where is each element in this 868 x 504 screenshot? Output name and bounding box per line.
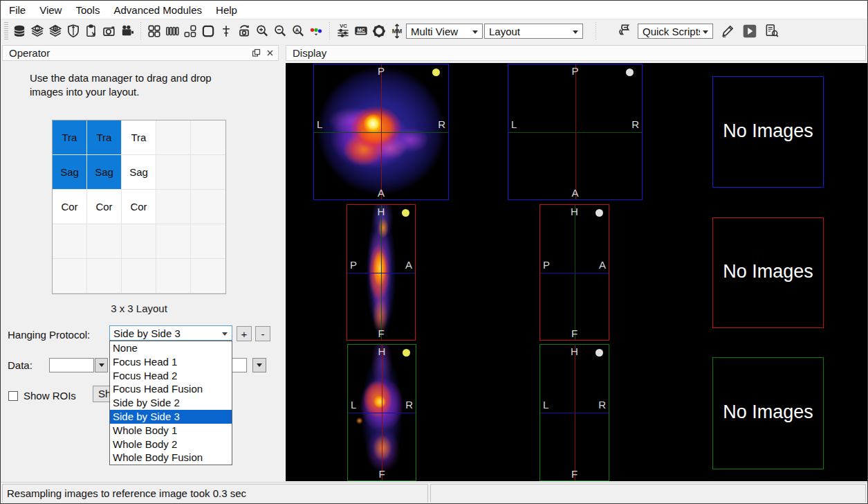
- grid-cell-empty[interactable]: [156, 155, 191, 190]
- grid-cell-empty[interactable]: [191, 155, 225, 190]
- viewport-marker-dot[interactable]: [432, 69, 440, 76]
- multi-view-combobox[interactable]: Multi View: [406, 24, 483, 39]
- crosshair-horizontal[interactable]: [508, 132, 642, 133]
- viewport-coronal-empty[interactable]: H L R F: [539, 344, 609, 481]
- layout-combobox[interactable]: Layout: [484, 24, 583, 39]
- viewport-marker-dot[interactable]: [626, 69, 634, 76]
- zoom-auto-icon[interactable]: A: [289, 22, 307, 40]
- viewport-transaxial-image[interactable]: P L R A: [313, 64, 449, 200]
- menu-view[interactable]: View: [33, 2, 68, 18]
- add-protocol-button[interactable]: +: [237, 326, 252, 341]
- script-log-icon[interactable]: [763, 22, 781, 40]
- crosshair-horizontal[interactable]: [348, 413, 416, 413]
- menu-advanced-modules[interactable]: Advanced Modules: [107, 2, 209, 18]
- viewport-sagittal-empty[interactable]: H P A F: [539, 204, 609, 341]
- grid-cell-cor[interactable]: Cor: [53, 190, 87, 224]
- grid-cell-empty[interactable]: [191, 259, 225, 294]
- menu-file[interactable]: File: [2, 2, 33, 18]
- grid-cell-empty[interactable]: [191, 224, 225, 259]
- dropdown-option[interactable]: Focus Head 1: [110, 355, 232, 369]
- mixed-layout-icon[interactable]: [181, 22, 199, 40]
- orientation-label-head: H: [378, 345, 386, 357]
- data-secondary-dropdown-button[interactable]: [252, 358, 266, 372]
- paste-clipboard-icon[interactable]: [82, 22, 100, 40]
- grid-cell-empty[interactable]: [122, 259, 156, 294]
- grid-cell-empty[interactable]: [53, 224, 87, 259]
- viewport-sagittal-image[interactable]: H P A F: [347, 204, 416, 341]
- grid-cell-empty[interactable]: [156, 224, 191, 259]
- quick-script-icon[interactable]: [616, 22, 634, 40]
- screenshot-icon[interactable]: [100, 22, 118, 40]
- crosshair-horizontal[interactable]: [347, 273, 415, 273]
- dropdown-option[interactable]: Focus Head 2: [110, 369, 232, 383]
- grid-cell-cor[interactable]: Cor: [87, 190, 122, 224]
- single-view-icon[interactable]: [199, 22, 217, 40]
- crosshair-horizontal[interactable]: [540, 413, 609, 413]
- add-layer-icon[interactable]: [46, 22, 64, 40]
- grid-cell-empty[interactable]: [53, 259, 87, 294]
- viewport-marker-dot[interactable]: [403, 349, 410, 357]
- grid-cell-tra-selected[interactable]: Tra: [53, 120, 87, 155]
- grid-cell-sag[interactable]: Sag: [122, 155, 156, 190]
- screen-capture-icon[interactable]: [118, 22, 136, 40]
- shield-edit-icon[interactable]: [64, 22, 82, 40]
- pin-views-icon[interactable]: [217, 22, 235, 40]
- grid-cell-sag-selected[interactable]: Sag: [87, 155, 122, 190]
- grid-cell-empty[interactable]: [122, 224, 156, 259]
- motion-correction-icon[interactable]: MC: [352, 22, 370, 40]
- grid-cell-sag-selected[interactable]: Sag: [53, 155, 87, 190]
- quick-scripts-combobox[interactable]: Quick Scripts: [638, 24, 713, 39]
- data-management-gear-icon[interactable]: DM: [370, 22, 388, 40]
- grid-cell-empty[interactable]: [191, 120, 225, 155]
- viewport-marker-dot[interactable]: [595, 349, 603, 357]
- duplicate-layer-icon[interactable]: 1: [28, 22, 46, 40]
- menu-tools[interactable]: Tools: [68, 2, 107, 18]
- show-rois-checkbox[interactable]: [8, 391, 18, 401]
- view-control-icon[interactable]: VC: [334, 22, 352, 40]
- grid-cell-empty[interactable]: [156, 120, 191, 155]
- column-layout-icon[interactable]: [163, 22, 181, 40]
- grid-cell-empty[interactable]: [87, 224, 122, 259]
- dropdown-option-highlighted[interactable]: Side by Side 3: [110, 410, 232, 424]
- grid-cell-empty[interactable]: [87, 259, 122, 294]
- data-input[interactable]: [49, 358, 94, 372]
- svg-text:MM: MM: [392, 28, 403, 35]
- float-panel-icon[interactable]: [252, 48, 261, 57]
- data-dropdown-button[interactable]: [95, 358, 108, 372]
- grid-cell-empty[interactable]: [156, 259, 191, 294]
- grid-cell-tra[interactable]: Tra: [122, 120, 156, 155]
- database-icon[interactable]: [10, 22, 28, 40]
- dropdown-option[interactable]: Focus Head Fusion: [110, 382, 232, 396]
- menu-help[interactable]: Help: [209, 2, 244, 18]
- grid-cell-tra-selected[interactable]: Tra: [87, 120, 122, 155]
- dropdown-option[interactable]: Whole Body 2: [110, 438, 232, 451]
- remove-protocol-button[interactable]: -: [255, 326, 270, 341]
- close-panel-icon[interactable]: [266, 49, 274, 57]
- grid-cell-empty[interactable]: [191, 190, 225, 224]
- measurement-icon[interactable]: MM: [388, 22, 406, 40]
- viewport-sagittal-no-images[interactable]: No Images: [712, 217, 824, 328]
- grid-cell-cor[interactable]: Cor: [122, 190, 156, 224]
- dropdown-option[interactable]: Side by Side 2: [110, 396, 232, 410]
- zoom-in-icon[interactable]: [253, 22, 271, 40]
- grid-2x2-layout-icon[interactable]: [145, 22, 163, 40]
- snapshot-rotate-icon[interactable]: [235, 22, 253, 40]
- viewport-coronal-no-images[interactable]: No Images: [712, 357, 824, 469]
- dropdown-option[interactable]: Whole Body 1: [110, 424, 232, 438]
- viewport-marker-dot[interactable]: [402, 209, 409, 217]
- viewport-coronal-image[interactable]: H L R F: [347, 344, 416, 481]
- viewport-marker-dot[interactable]: [595, 209, 603, 217]
- color-channels-icon[interactable]: [307, 22, 325, 40]
- edit-script-icon[interactable]: [719, 22, 737, 40]
- hanging-protocol-combobox[interactable]: Side by Side 3: [109, 325, 232, 341]
- toolbar-grip[interactable]: [4, 22, 8, 40]
- viewport-transaxial-empty[interactable]: P L R A: [508, 64, 643, 200]
- dropdown-option[interactable]: Whole Body Fusion: [110, 451, 232, 465]
- run-script-icon[interactable]: [741, 22, 759, 40]
- crosshair-horizontal[interactable]: [314, 132, 448, 133]
- grid-cell-empty[interactable]: [156, 190, 191, 224]
- crosshair-horizontal[interactable]: [540, 273, 609, 273]
- viewport-transaxial-no-images[interactable]: No Images: [712, 76, 824, 188]
- zoom-out-icon[interactable]: [271, 22, 289, 40]
- dropdown-option[interactable]: None: [110, 341, 232, 355]
